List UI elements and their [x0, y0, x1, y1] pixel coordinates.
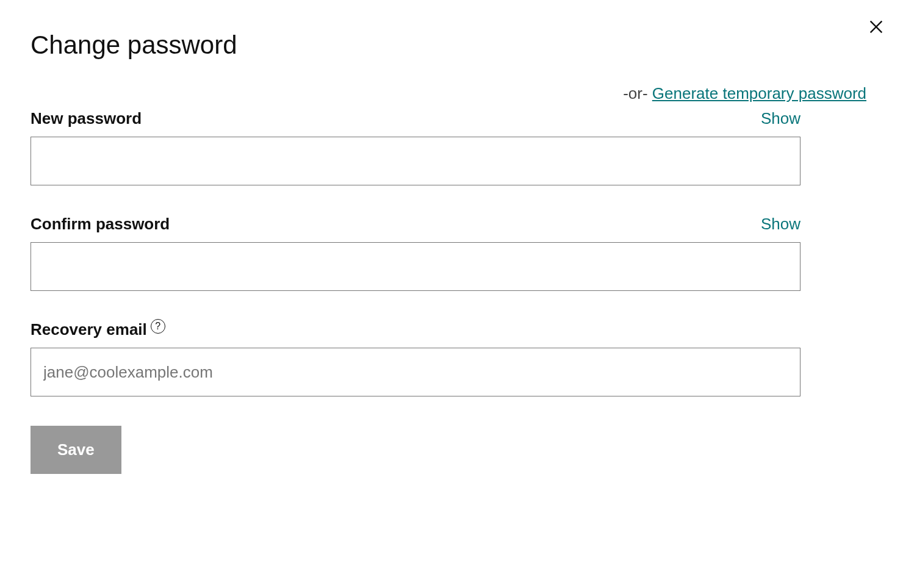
confirm-password-input[interactable] — [31, 242, 800, 291]
alternate-action-row: -or- Generate temporary password — [31, 84, 872, 103]
or-text: -or- — [623, 84, 652, 102]
new-password-input[interactable] — [31, 137, 800, 185]
new-password-show-toggle[interactable]: Show — [761, 109, 800, 128]
new-password-label: New password — [31, 109, 142, 128]
confirm-password-label: Confirm password — [31, 215, 170, 234]
confirm-password-show-toggle[interactable]: Show — [761, 215, 800, 234]
recovery-email-group: Recovery email? — [31, 320, 800, 396]
close-icon — [868, 18, 885, 35]
new-password-label-row: New password Show — [31, 109, 800, 128]
page-title: Change password — [31, 30, 872, 60]
recovery-email-label-row: Recovery email? — [31, 320, 800, 339]
recovery-email-input[interactable] — [31, 348, 800, 396]
recovery-email-label: Recovery email? — [31, 320, 165, 339]
confirm-password-group: Confirm password Show — [31, 215, 800, 291]
generate-temporary-password-link[interactable]: Generate temporary password — [652, 84, 866, 102]
close-button[interactable] — [864, 15, 888, 39]
new-password-group: New password Show — [31, 109, 800, 185]
recovery-email-label-text: Recovery email — [31, 320, 147, 339]
save-button[interactable]: Save — [31, 426, 121, 474]
confirm-password-label-row: Confirm password Show — [31, 215, 800, 234]
help-icon[interactable]: ? — [151, 319, 165, 334]
